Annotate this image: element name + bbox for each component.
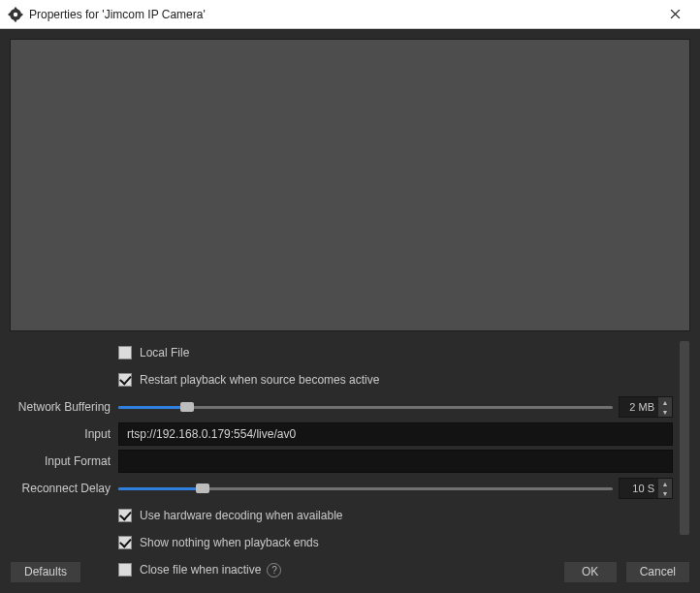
reconnect-delay-spinbox[interactable]: 10 S ▲▼ [619,478,673,499]
close-inactive-checkbox[interactable] [118,563,132,577]
network-buffering-slider[interactable] [118,397,613,417]
properties-panel: Local File Restart playback when source … [10,341,690,552]
hw-decoding-label[interactable]: Use hardware decoding when available [140,509,342,522]
restart-playback-label[interactable]: Restart playback when source becomes act… [140,373,379,387]
spinbox-arrows[interactable]: ▲▼ [658,397,672,417]
reconnect-delay-label: Reconnect Delay [10,482,118,495]
dialog-body: Local File Restart playback when source … [0,29,700,593]
local-file-label[interactable]: Local File [140,346,189,359]
input-label: Input [10,427,118,441]
scrollbar-thumb[interactable] [680,341,689,535]
preview-area [10,39,690,331]
chevron-up-icon: ▲ [658,397,672,407]
close-icon [670,9,681,19]
svg-point-1 [14,12,17,16]
window-title: Properties for 'Jimcom IP Camera' [29,8,655,21]
reconnect-delay-slider[interactable] [118,479,613,498]
chevron-up-icon: ▲ [658,479,672,488]
close-inactive-label[interactable]: Close file when inactive [140,563,261,577]
input-field[interactable] [118,422,673,446]
input-format-field[interactable] [118,450,673,473]
close-button[interactable] [655,0,694,29]
chevron-down-icon: ▼ [658,488,672,498]
local-file-checkbox[interactable] [118,346,132,359]
title-bar: Properties for 'Jimcom IP Camera' [0,0,700,29]
restart-playback-checkbox[interactable] [118,373,132,387]
network-buffering-label: Network Buffering [10,400,118,414]
hw-decoding-checkbox[interactable] [118,509,132,522]
show-nothing-label[interactable]: Show nothing when playback ends [140,536,319,549]
scrollbar[interactable] [679,341,690,552]
network-buffering-spinbox[interactable]: 2 MB ▲▼ [619,396,673,418]
input-format-label: Input Format [10,454,118,468]
help-icon[interactable]: ? [267,563,281,577]
spinbox-arrows[interactable]: ▲▼ [658,479,672,498]
chevron-down-icon: ▼ [658,407,672,417]
show-nothing-checkbox[interactable] [118,536,132,549]
app-icon [8,7,23,22]
